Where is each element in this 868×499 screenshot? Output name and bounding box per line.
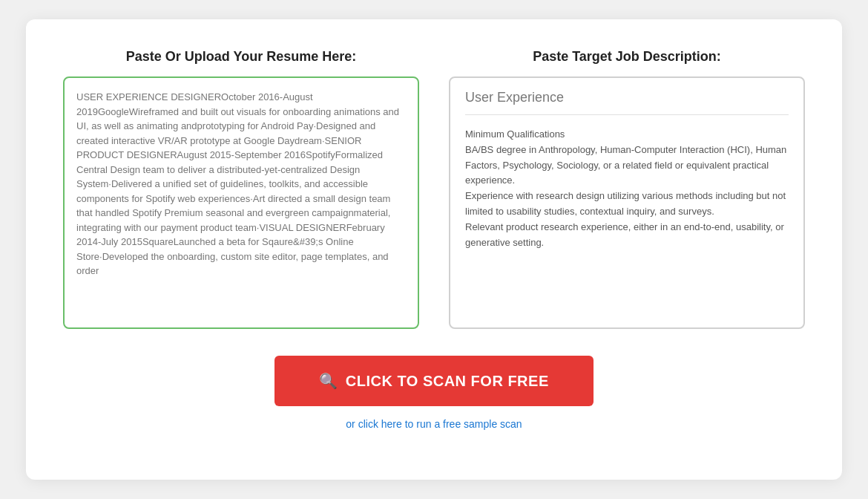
search-icon: 🔍 — [319, 372, 338, 390]
job-desc-column-title: Paste Target Job Description: — [449, 49, 805, 65]
job-desc-text: Minimum QualificationsBA/BS degree in An… — [465, 128, 786, 248]
resume-column: Paste Or Upload Your Resume Here: — [63, 49, 419, 329]
job-desc-title-area: User Experience — [465, 90, 789, 115]
columns-row: Paste Or Upload Your Resume Here: Paste … — [63, 49, 805, 329]
resume-column-title: Paste Or Upload Your Resume Here: — [63, 49, 419, 65]
scan-button-label: CLICK TO SCAN FOR FREE — [346, 373, 549, 390]
bottom-section: 🔍 CLICK TO SCAN FOR FREE or click here t… — [63, 356, 805, 430]
sample-scan-link[interactable]: or click here to run a free sample scan — [346, 418, 522, 430]
job-desc-content: Minimum QualificationsBA/BS degree in An… — [465, 127, 789, 250]
job-desc-title: User Experience — [465, 90, 564, 105]
main-card: Paste Or Upload Your Resume Here: Paste … — [26, 19, 842, 480]
sample-scan-link-label: or click here to run a free sample scan — [346, 418, 522, 430]
scan-button[interactable]: 🔍 CLICK TO SCAN FOR FREE — [274, 356, 593, 406]
resume-textarea[interactable] — [63, 76, 419, 329]
job-desc-box: User Experience Minimum QualificationsBA… — [449, 76, 805, 329]
job-desc-column: Paste Target Job Description: User Exper… — [449, 49, 805, 329]
